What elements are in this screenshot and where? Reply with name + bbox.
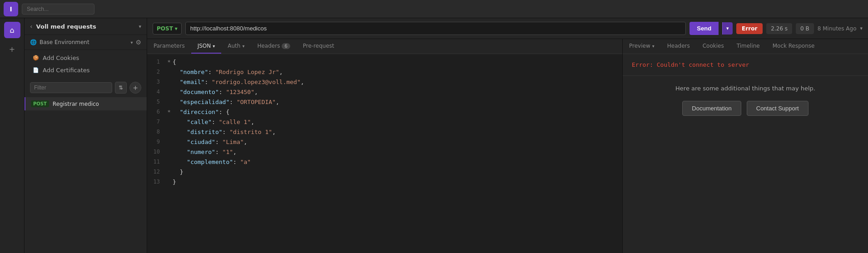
size-badge: 0 B <box>796 23 814 34</box>
app-logo: I <box>4 2 18 16</box>
globe-icon: 🌐 <box>30 39 37 45</box>
filter-input[interactable] <box>30 82 112 93</box>
tab-headers[interactable]: Headers 6 <box>251 39 296 54</box>
code-line-7: 7 "calle": "calle 1", <box>147 118 622 128</box>
search-input[interactable] <box>22 4 94 15</box>
icon-sidebar: ⌂ + <box>0 18 25 253</box>
headers-count-badge: 6 <box>282 43 290 49</box>
method-chevron-icon: ▾ <box>175 25 178 32</box>
tab-auth-chevron-icon: ▾ <box>242 44 244 49</box>
left-panel: ‹ Voll med requests ▾ 🌐 Base Environment… <box>25 18 147 253</box>
code-line-12: 12 } <box>147 168 622 178</box>
sidebar-item-add-cookies[interactable]: 🍪 Add Cookies <box>30 53 141 63</box>
preview-chevron-icon: ▾ <box>652 44 655 49</box>
code-line-13: 13 } <box>147 178 622 188</box>
add-cookies-label: Add Cookies <box>43 55 79 61</box>
tab-timeline[interactable]: Timeline <box>730 39 766 54</box>
add-button[interactable]: + <box>4 41 20 57</box>
method-badge-post: POST <box>31 100 49 107</box>
filter-row: ⇅ + <box>25 78 147 97</box>
collection-header: ‹ Voll med requests ▾ <box>25 18 147 35</box>
filter-sort-button[interactable]: ⇅ <box>115 82 127 94</box>
error-help-buttons: Documentation Contact Support <box>682 101 808 116</box>
right-area: POST ▾ Send ▾ Error 2.26 s 0 B 8 Minutes… <box>147 18 868 253</box>
tab-response-headers[interactable]: Headers <box>661 39 696 54</box>
timing-badge: 2.26 s <box>766 23 792 34</box>
environment-name: Base Environment <box>40 39 128 45</box>
url-input[interactable] <box>185 22 686 35</box>
send-dropdown-button[interactable]: ▾ <box>722 22 733 35</box>
tab-preview[interactable]: Preview ▾ <box>623 39 661 54</box>
code-line-6: 6 * "direccion": { <box>147 108 622 118</box>
add-certificates-label: Add Certificates <box>43 67 90 74</box>
collection-chevron-icon[interactable]: ▾ <box>139 24 141 30</box>
error-message: Error: Couldn't connect to server <box>623 54 868 76</box>
documentation-button[interactable]: Documentation <box>682 101 741 116</box>
response-panel: Preview ▾ Headers Cookies Timeline Mock … <box>623 39 868 253</box>
code-line-5: 5 "especialidad": "ORTOPEDIA", <box>147 98 622 108</box>
tab-parameters[interactable]: Parameters <box>147 39 191 54</box>
code-line-4: 4 "documento": "123450", <box>147 88 622 98</box>
back-button[interactable]: ‹ <box>30 23 33 30</box>
request-item-registrar-medico[interactable]: POST Registrar medico <box>25 97 147 110</box>
error-help-text: Here are some additional things that may… <box>675 85 815 92</box>
sidebar-items: 🍪 Add Cookies 📄 Add Certificates <box>25 50 147 78</box>
tab-json-chevron-icon: ▾ <box>213 44 215 49</box>
contact-support-button[interactable]: Contact Support <box>747 101 808 116</box>
main-layout: ⌂ + ‹ Voll med requests ▾ 🌐 Base Environ… <box>0 18 868 253</box>
request-tabs-row: Parameters JSON ▾ Auth ▾ Headers 6 <box>147 39 622 54</box>
collection-name: Voll med requests <box>36 23 139 30</box>
code-line-3: 3 "email": "rodrigo.lopez3@voll.med", <box>147 78 622 88</box>
content-area: Parameters JSON ▾ Auth ▾ Headers 6 <box>147 39 868 253</box>
request-tabs-panel: Parameters JSON ▾ Auth ▾ Headers 6 <box>147 39 623 253</box>
error-help-section: Here are some additional things that may… <box>623 76 868 125</box>
tab-mock-response[interactable]: Mock Response <box>766 39 821 54</box>
time-ago: 8 Minutes Ago <box>818 25 857 32</box>
code-line-10: 10 "numero": "1", <box>147 148 622 158</box>
sidebar-item-add-certificates[interactable]: 📄 Add Certificates <box>30 65 141 75</box>
code-line-11: 11 "complemento": "a" <box>147 158 622 168</box>
code-line-8: 8 "distrito": "distrito 1", <box>147 128 622 138</box>
top-bar: I <box>0 0 868 18</box>
method-label: POST <box>157 25 173 32</box>
home-button[interactable]: ⌂ <box>4 22 20 38</box>
cookie-icon: 🍪 <box>33 55 39 61</box>
tab-auth[interactable]: Auth ▾ <box>221 39 251 54</box>
tab-json[interactable]: JSON ▾ <box>191 39 222 54</box>
response-tabs-row: Preview ▾ Headers Cookies Timeline Mock … <box>623 39 868 54</box>
time-ago-chevron-icon[interactable]: ▾ <box>860 25 863 31</box>
code-editor[interactable]: 1 * { 2 "nombre": "Rodrigo Lopez Jr", 3 … <box>147 54 622 253</box>
code-line-9: 9 "ciudad": "Lima", <box>147 138 622 148</box>
request-name: Registrar medico <box>53 101 99 107</box>
certificate-icon: 📄 <box>33 67 39 73</box>
error-badge: Error <box>736 23 763 34</box>
tab-cookies[interactable]: Cookies <box>696 39 730 54</box>
code-line-1: 1 * { <box>147 58 622 68</box>
code-line-2: 2 "nombre": "Rodrigo Lopez Jr", <box>147 68 622 78</box>
gear-icon[interactable]: ⚙ <box>135 39 141 46</box>
env-chevron-icon[interactable]: ▾ <box>130 40 133 45</box>
method-selector[interactable]: POST ▾ <box>153 23 182 35</box>
environment-row: 🌐 Base Environment ▾ ⚙ <box>25 35 147 50</box>
filter-add-button[interactable]: + <box>129 82 141 94</box>
tab-pre-request[interactable]: Pre-request <box>297 39 341 54</box>
send-button[interactable]: Send <box>689 22 719 35</box>
request-bar: POST ▾ Send ▾ Error 2.26 s 0 B 8 Minutes… <box>147 18 868 39</box>
